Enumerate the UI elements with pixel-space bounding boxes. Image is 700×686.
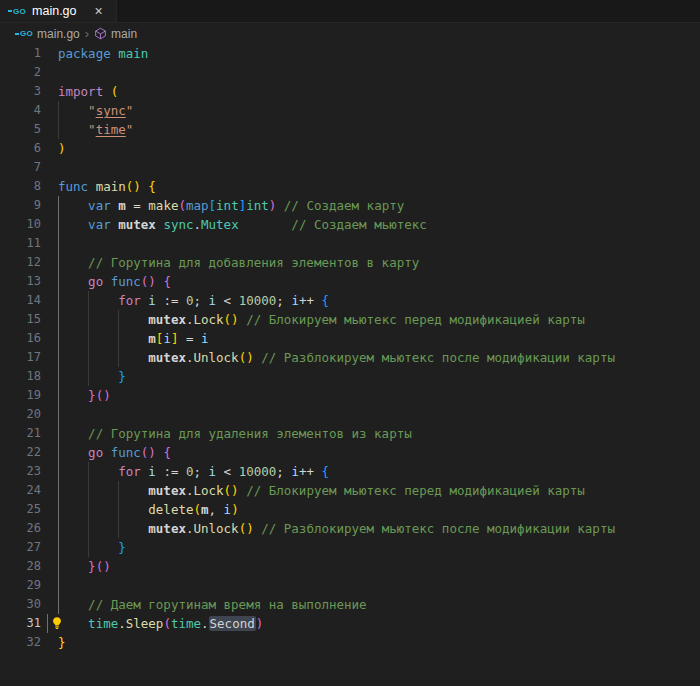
code-token [58,369,118,384]
code-token: Second [209,616,256,631]
code-token: // Горутина для удаления элементов из ка… [88,426,412,441]
glyph-margin [41,500,58,519]
code-token [58,483,148,498]
code-line[interactable]: 29 [0,576,700,595]
code-line[interactable]: 30 // Даем горутинам время на выполнение [0,595,700,614]
code-line[interactable]: 21 // Горутина для удаления элементов из… [0,424,700,443]
code-content: } [58,367,700,386]
code-content [58,63,700,82]
close-icon[interactable]: × [91,4,107,18]
code-line[interactable]: 11 [0,234,700,253]
code-token: func [111,274,141,289]
breadcrumb-file-label: main.go [37,27,80,41]
code-text: "time" [58,120,700,139]
code-token: // Даем горутинам время на выполнение [88,597,366,612]
lightbulb-icon[interactable] [50,616,64,634]
code-line[interactable]: 23 for i := 0; i < 10000; i++ { [0,462,700,481]
active-indent-guide [47,614,48,633]
code-text: ) [58,139,700,158]
glyph-margin [41,158,58,177]
code-token: " [88,122,96,137]
code-line[interactable]: 18 } [0,367,700,386]
glyph-margin [41,462,58,481]
glyph-margin [41,120,58,139]
code-line[interactable]: 25 delete(m, i) [0,500,700,519]
code-line[interactable]: 13 go func() { [0,272,700,291]
code-line[interactable]: 7 [0,158,700,177]
code-line[interactable]: 26 mutex.Unlock() // Разблокируем мьютек… [0,519,700,538]
code-token: = [178,331,201,346]
code-token [58,426,88,441]
tab-main-go[interactable]: GO main.go × [0,0,117,22]
line-number: 8 [0,177,41,196]
code-line[interactable]: 20 [0,405,700,424]
code-content: mutex.Unlock() // Разблокируем мьютекс п… [58,348,700,367]
code-line[interactable]: 32} [0,633,700,652]
code-token: i [148,293,156,308]
code-token [58,198,88,213]
code-token: 0 [186,464,194,479]
code-token: { [163,274,171,289]
code-token [58,540,118,555]
code-token: m [148,331,156,346]
code-line[interactable]: 1package main [0,44,700,63]
code-line[interactable]: 16 m[i] = i [0,329,700,348]
code-content [58,576,700,595]
code-line[interactable]: 9 var m = make(map[int]int) // Создаем к… [0,196,700,215]
code-text: } [58,538,700,557]
code-token: [ [209,198,217,213]
code-token: main [118,46,148,61]
code-line[interactable]: 24 mutex.Lock() // Блокируем мьютекс пер… [0,481,700,500]
line-number: 24 [0,481,41,500]
line-number: 1 [0,44,41,63]
line-number: 2 [0,63,41,82]
code-text: mutex.Lock() // Блокируем мьютекс перед … [58,481,700,500]
code-content: import ( [58,82,700,101]
breadcrumb-symbol-label: main [111,27,137,41]
glyph-margin [41,196,58,215]
code-line[interactable]: 12 // Горутина для добавления элементов … [0,253,700,272]
code-token: go [88,445,103,460]
code-token: int [246,198,269,213]
glyph-margin [41,633,58,652]
line-number: 20 [0,405,41,424]
code-line[interactable]: 2 [0,63,700,82]
code-token: // Создаем карту [284,198,404,213]
breadcrumb-file[interactable]: GO main.go [15,27,80,41]
code-token: = [126,198,149,213]
code-line[interactable]: 14 for i := 0; i < 10000; i++ { [0,291,700,310]
code-token: main [96,179,126,194]
code-line[interactable]: 6) [0,139,700,158]
code-content: }() [58,386,700,405]
glyph-margin [41,595,58,614]
code-token: // Горутина для добавления элементов в к… [88,255,419,270]
code-token: package [58,46,111,61]
line-number: 21 [0,424,41,443]
code-line[interactable]: 4 "sync" [0,101,700,120]
glyph-margin [41,481,58,500]
code-line[interactable]: 17 mutex.Unlock() // Разблокируем мьютек… [0,348,700,367]
code-text: // Даем горутинам время на выполнение [58,595,700,614]
code-token: m [118,198,126,213]
code-line[interactable]: 27 } [0,538,700,557]
editor-lines: 1package main23import (4 "sync"5 "time"6… [0,44,700,652]
code-text: delete(m, i) [58,500,700,519]
code-line[interactable]: 8func main() { [0,177,700,196]
line-number: 11 [0,234,41,253]
breadcrumb-symbol[interactable]: main [94,27,137,41]
code-line[interactable]: 28 }() [0,557,700,576]
line-number: 18 [0,367,41,386]
code-text: }() [58,386,700,405]
code-token: " [126,122,134,137]
code-line[interactable]: 3import ( [0,82,700,101]
code-token [58,350,148,365]
code-line[interactable]: 31 time.Sleep(time.Second) [0,614,700,633]
code-line[interactable]: 19 }() [0,386,700,405]
code-line[interactable]: 22 go func() { [0,443,700,462]
code-token: mutex [148,521,186,536]
code-line[interactable]: 10 var mutex sync.Mutex // Создаем мьюте… [0,215,700,234]
code-content [58,405,700,424]
code-line[interactable]: 5 "time" [0,120,700,139]
code-line[interactable]: 15 mutex.Lock() // Блокируем мьютекс пер… [0,310,700,329]
line-number: 15 [0,310,41,329]
